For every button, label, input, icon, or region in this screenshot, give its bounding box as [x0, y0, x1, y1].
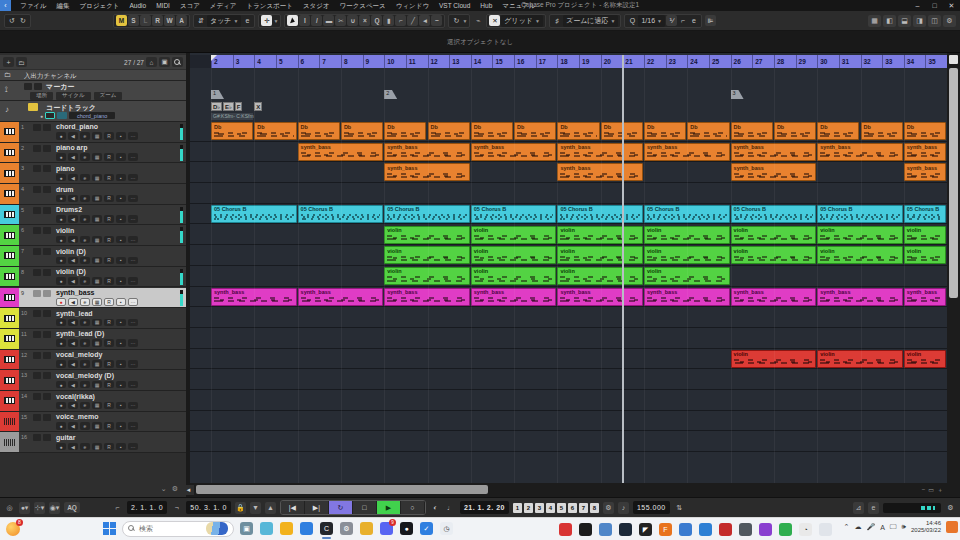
- clip-violin[interactable]: violin: [904, 350, 946, 368]
- automation-icon[interactable]: ⇵: [196, 16, 206, 26]
- zoom-controls[interactable]: −▭＋: [922, 486, 943, 495]
- state-button-l[interactable]: L: [140, 15, 151, 26]
- track-row-Drums2[interactable]: 5Drums2●◀e▦R▪⋯: [0, 205, 186, 226]
- write-button[interactable]: ▪: [116, 132, 126, 140]
- lower-zone-icon[interactable]: ⬓: [898, 15, 911, 27]
- track-row-drum[interactable]: 4drum●◀e▦R▪⋯: [0, 184, 186, 205]
- go-previous-marker-button[interactable]: |◀: [281, 501, 305, 514]
- taskbar-app-nvidia[interactable]: ◤: [639, 523, 652, 536]
- edit-channel-button[interactable]: e: [80, 195, 90, 203]
- monitor-button[interactable]: ◀: [68, 195, 78, 203]
- collapse-icon[interactable]: ⌄: [161, 485, 167, 493]
- transport-marker-7[interactable]: 7: [579, 503, 588, 513]
- taskbar-search[interactable]: 検索: [122, 521, 234, 537]
- track-mute-button[interactable]: [33, 290, 41, 297]
- transport-marker-6[interactable]: 6: [568, 503, 577, 513]
- record-arm-button[interactable]: ●: [56, 195, 66, 203]
- clip-synth_bass[interactable]: synth_bass: [904, 163, 946, 181]
- quantize-select[interactable]: 1/16▼: [638, 15, 665, 27]
- search-tracks-button[interactable]: [172, 57, 183, 67]
- scrub-tool-icon[interactable]: ~: [431, 15, 442, 26]
- track-row-piano arp[interactable]: 2piano arp●◀e▦R▪⋯: [0, 143, 186, 164]
- scale-event[interactable]: G#:KSfm- C:KSfm: [211, 113, 253, 120]
- taskbar-app-red-app[interactable]: [719, 523, 732, 536]
- track-row-violin (D)[interactable]: 7violin (D)●◀e▦R▪⋯: [0, 246, 186, 267]
- clip-synth_bass[interactable]: synth_bass: [904, 143, 946, 161]
- audio-quantize-button[interactable]: AQ: [64, 502, 80, 513]
- clip-Db[interactable]: Db: [428, 122, 470, 140]
- home-button[interactable]: ⌂: [146, 57, 157, 67]
- stop-button[interactable]: □: [353, 501, 377, 514]
- instrument-button[interactable]: ▦: [92, 236, 102, 244]
- track-solo-button[interactable]: [43, 207, 51, 214]
- write-button[interactable]: ▪: [116, 277, 126, 285]
- more-button[interactable]: ⋯: [128, 195, 138, 203]
- track-row-marker[interactable]: ⟟マーカー場所サイクルズーム: [0, 81, 186, 102]
- transport-marker-3[interactable]: 3: [535, 503, 544, 513]
- more-button[interactable]: ⋯: [128, 277, 138, 285]
- read-button[interactable]: R: [104, 195, 114, 203]
- clip-Db[interactable]: Db: [731, 122, 773, 140]
- write-button[interactable]: ▪: [116, 215, 126, 223]
- track-mute-button[interactable]: [33, 372, 41, 379]
- track-solo-button[interactable]: [43, 248, 51, 255]
- state-button-r[interactable]: R: [152, 15, 163, 26]
- track-row-synth_lead[interactable]: 10synth_lead●◀e▦R▪⋯: [0, 308, 186, 329]
- record-arm-button[interactable]: ●: [56, 339, 66, 347]
- edit-channel-button[interactable]: e: [80, 339, 90, 347]
- track-mute-button[interactable]: [33, 331, 41, 338]
- clip-Db[interactable]: Db: [254, 122, 296, 140]
- count-in-icon[interactable]: e: [868, 502, 879, 514]
- instrument-button[interactable]: ▦: [92, 339, 102, 347]
- split-tool-icon[interactable]: ✂: [335, 15, 346, 26]
- track-solo-button[interactable]: [43, 165, 51, 172]
- track-mute-button[interactable]: [33, 393, 41, 400]
- write-button[interactable]: ▪: [116, 360, 126, 368]
- monitor-button[interactable]: ◀: [68, 132, 78, 140]
- grid-icon[interactable]: ♯: [552, 16, 562, 26]
- constrain-delay-icon[interactable]: ◎: [4, 502, 15, 514]
- instrument-button[interactable]: ▦: [92, 360, 102, 368]
- transport-marker-4[interactable]: 4: [546, 503, 555, 513]
- monitor-button[interactable]: ◀: [68, 360, 78, 368]
- tray-chevron-icon[interactable]: ⌃: [844, 523, 850, 531]
- quantize-edit-icon[interactable]: e: [689, 16, 699, 26]
- instrument-button[interactable]: ▦: [92, 257, 102, 265]
- time-format-icon[interactable]: ♩: [445, 502, 456, 514]
- read-button[interactable]: R: [104, 339, 114, 347]
- taskbar-app-cubase[interactable]: C: [320, 522, 333, 535]
- clip-Db[interactable]: Db: [817, 122, 859, 140]
- instrument-button[interactable]: ▦: [92, 422, 102, 430]
- undo-icon[interactable]: ↺: [7, 16, 17, 26]
- track-row-violin (D)[interactable]: 8violin (D)●◀e▦R▪⋯: [0, 267, 186, 288]
- ime-indicator[interactable]: A: [880, 524, 885, 531]
- record-arm-button[interactable]: ●: [56, 257, 66, 265]
- clip-Db[interactable]: Db: [298, 122, 340, 140]
- read-button[interactable]: R: [104, 215, 114, 223]
- state-button-a[interactable]: A: [176, 15, 187, 26]
- clip-Db[interactable]: Db: [384, 122, 426, 140]
- clip-Db[interactable]: Db: [861, 122, 903, 140]
- monitor-button[interactable]: ◀: [68, 298, 78, 306]
- clip-Db[interactable]: Db: [687, 122, 729, 140]
- track-mute-button[interactable]: [33, 248, 41, 255]
- edit-channel-button[interactable]: e: [80, 360, 90, 368]
- clip-Db[interactable]: Db: [514, 122, 556, 140]
- record-arm-button[interactable]: ●: [56, 381, 66, 389]
- more-button[interactable]: ⋯: [128, 339, 138, 347]
- more-button[interactable]: ⋯: [128, 443, 138, 451]
- taskbar-app-steam[interactable]: [619, 523, 632, 536]
- lock-punch-icon[interactable]: 🔒: [235, 502, 246, 514]
- monitor-button[interactable]: ◀: [68, 339, 78, 347]
- metronome-icon[interactable]: ⊿: [853, 502, 864, 514]
- track-settings-gear-icon[interactable]: ⚙: [172, 485, 178, 493]
- pre-roll-icon[interactable]: ◐: [430, 502, 441, 514]
- more-button[interactable]: ⋯: [128, 422, 138, 430]
- read-button[interactable]: R: [104, 153, 114, 161]
- track-row-io-channels[interactable]: 入出力チャンネル🗀: [0, 70, 186, 81]
- taskbar-app-green-app[interactable]: [779, 523, 792, 536]
- chord-mute-button[interactable]: [28, 103, 38, 111]
- instrument-button[interactable]: ▦: [92, 153, 102, 161]
- quantize-icon[interactable]: Q: [627, 16, 637, 26]
- track-solo-button[interactable]: [43, 227, 51, 234]
